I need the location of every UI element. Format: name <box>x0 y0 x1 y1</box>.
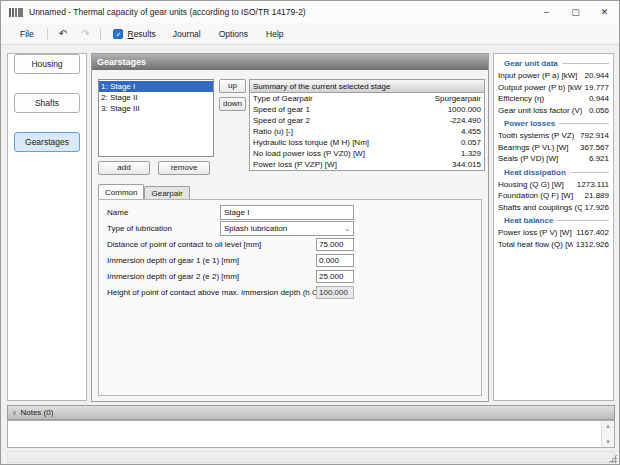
move-up-button[interactable]: up <box>219 79 246 93</box>
sidebar-nav-button[interactable]: Shafts <box>14 93 80 113</box>
heat-dissipation-rows: Housing (Q G) [W] 1273.111 Foundation (Q… <box>498 179 609 214</box>
field-input[interactable]: 75.000 <box>316 238 354 251</box>
result-row: Input power (P a) [kW] 20.944 <box>498 70 609 82</box>
remove-stage-button[interactable]: remove <box>158 161 210 175</box>
summary-row: Power loss (P VZP) [W] 344.015 <box>250 159 484 170</box>
group-title-heat-dissipation: Heat dissipation <box>498 168 609 177</box>
field-label: Immersion depth of gear 2 (e 2) [mm] <box>107 272 239 281</box>
name-row: Name Stage I <box>107 205 473 220</box>
summary-value: Spurgearpair <box>435 93 481 104</box>
power-losses-rows: Tooth systems (P VZ) 792.914 Bearings (P… <box>498 130 609 165</box>
summary-value: 4.455 <box>461 126 481 137</box>
result-row: Total heat flow (Q) [W] 1312.926 <box>498 239 609 251</box>
result-row: Output power (P b) [kW] 19.777 <box>498 82 609 94</box>
menu-file[interactable]: File <box>11 29 43 39</box>
summary-rows: Type of Gearpair Spurgearpair Speed of g… <box>250 93 484 170</box>
summary-value: 1000.000 <box>448 104 481 115</box>
field-input[interactable]: 25.000 <box>316 270 354 283</box>
summary-value: 1.329 <box>461 148 481 159</box>
result-label: Foundation (Q F) [W] <box>498 190 573 202</box>
menu-bar: File ↶ ↷ ✓ Results Journal Options Help <box>1 23 619 45</box>
summary-row: Ratio (u) [-] 4.455 <box>250 126 484 137</box>
stage-summary-table: Summary of the current selected stage Ty… <box>249 79 485 171</box>
summary-label: Ratio (u) [-] <box>253 126 293 137</box>
chevron-down-icon: ⌄ <box>344 222 350 235</box>
summary-row: Speed of gear 2 -224.490 <box>250 115 484 126</box>
result-label: Gear unit loss factor (V) <box>498 105 582 117</box>
field-label: Immersion depth of gear 1 (e 1) [mm] <box>107 256 239 265</box>
tab-common[interactable]: Common <box>98 184 144 199</box>
result-label: Shafts and couplings (Q ... <box>498 202 582 214</box>
undo-icon[interactable]: ↶ <box>52 28 74 39</box>
summary-row: Type of Gearpair Spurgearpair <box>250 93 484 104</box>
menu-separator <box>100 28 101 40</box>
form-field-row: Immersion depth of gear 1 (e 1) [mm] 0.0… <box>107 253 473 268</box>
group-title-gear-unit-data: Gear unit data <box>498 59 609 68</box>
add-stage-button[interactable]: add <box>98 161 150 175</box>
stage-list-item[interactable]: 1: Stage I <box>99 81 213 92</box>
close-icon[interactable]: ✕ <box>590 1 619 23</box>
stage-list-item[interactable]: 3: Stage III <box>99 103 213 114</box>
group-title-heat-balance: Heat balance <box>498 216 609 225</box>
redo-icon: ↷ <box>74 28 96 39</box>
notes-title: Notes (0) <box>20 408 53 417</box>
name-label: Name <box>107 208 128 217</box>
result-label: Input power (P a) [kW] <box>498 70 577 82</box>
numeric-fields: Distance of point of contact to oil leve… <box>107 237 473 301</box>
notes-scrollbar[interactable]: ▲ ▼ <box>601 421 614 447</box>
minimize-icon[interactable]: – <box>532 1 561 23</box>
sidebar-nav-button[interactable]: Housing <box>14 54 80 74</box>
summary-label: Power loss (P VZP) [W] <box>253 159 337 170</box>
stage-listbox[interactable]: 1: Stage I 2: Stage II 3: Stage III <box>98 79 214 157</box>
maximize-icon[interactable]: ▢ <box>561 1 590 23</box>
tab-gearpair[interactable]: Gearpair <box>144 186 189 199</box>
gearstages-panel: Gearstages 1: Stage I 2: Stage II 3: Sta… <box>91 53 489 402</box>
menu-journal[interactable]: Journal <box>164 29 210 39</box>
scroll-up-icon[interactable]: ▲ <box>605 423 611 429</box>
group-title-power-losses: Power losses <box>498 119 609 128</box>
notes-header[interactable]: » Notes (0) <box>7 405 615 420</box>
field-input[interactable]: 0.000 <box>316 254 354 267</box>
lubrication-select[interactable]: ⌄Splash lubrication <box>220 221 354 236</box>
result-value: 792.914 <box>580 130 609 142</box>
navigation-sidebar: Housing Shafts Gearstages <box>7 53 87 401</box>
field-input[interactable]: 100.000 <box>316 286 354 299</box>
heat-balance-rows: Power loss (P V) [W] 1167.402 Total heat… <box>498 227 609 250</box>
menu-results-label: Results <box>127 29 155 39</box>
summary-value: 0.057 <box>461 137 481 148</box>
results-toggle[interactable]: ✓ Results <box>105 29 163 39</box>
result-label: Bearings (P VL) [W] <box>498 142 569 154</box>
app-window: Unnamed - Thermal capacity of gear units… <box>0 0 620 465</box>
result-row: Gear unit loss factor (V) 0.056 <box>498 105 609 117</box>
summary-label: No load power loss (P VZ0) [W] <box>253 148 365 159</box>
sidebar-nav-button[interactable]: Gearstages <box>14 132 80 152</box>
result-value: 21.889 <box>585 190 609 202</box>
lubrication-row: Type of lubrication ⌄Splash lubrication <box>107 221 473 236</box>
menu-help[interactable]: Help <box>257 29 292 39</box>
menu-separator <box>47 28 48 40</box>
result-value: 367.567 <box>580 142 609 154</box>
result-value: 1312.926 <box>576 239 609 251</box>
name-input[interactable]: Stage I <box>220 205 354 220</box>
result-value: 20.944 <box>585 70 609 82</box>
menu-options[interactable]: Options <box>210 29 257 39</box>
collapse-icon[interactable]: » <box>10 410 18 414</box>
move-down-button[interactable]: down <box>219 97 246 111</box>
stage-list-item[interactable]: 2: Stage II <box>99 92 213 103</box>
summary-row: No load power loss (P VZ0) [W] 1.329 <box>250 148 484 159</box>
results-checkbox-icon[interactable]: ✓ <box>113 29 123 39</box>
result-row: Foundation (Q F) [W] 21.889 <box>498 190 609 202</box>
result-label: Total heat flow (Q) [W] <box>498 239 573 251</box>
title-bar: Unnamed - Thermal capacity of gear units… <box>1 1 619 23</box>
result-row: Bearings (P VL) [W] 367.567 <box>498 142 609 154</box>
result-label: Efficiency (η) <box>498 93 544 105</box>
summary-label: Speed of gear 1 <box>253 104 310 115</box>
field-label: Distance of point of contact to oil leve… <box>107 240 261 249</box>
summary-header: Summary of the current selected stage <box>250 80 484 93</box>
notes-textarea[interactable]: ▲ ▼ <box>7 420 615 448</box>
field-label: Height of point of contact above max. im… <box>107 288 340 297</box>
scroll-down-icon[interactable]: ▼ <box>605 439 611 445</box>
result-row: Power loss (P V) [W] 1167.402 <box>498 227 609 239</box>
status-bar <box>7 451 615 463</box>
summary-row: Speed of gear 1 1000.000 <box>250 104 484 115</box>
